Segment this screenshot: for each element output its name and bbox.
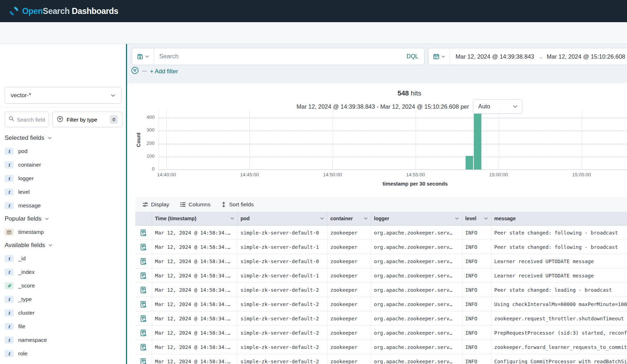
chevron-down-icon [455, 216, 459, 221]
date-from[interactable]: Mar 12, 2024 @ 14:39:38.843 [456, 53, 534, 60]
y-tick-label: 0 [139, 166, 155, 172]
field-name: role [18, 350, 28, 357]
field-item-file[interactable]: tfile [0, 320, 126, 333]
inspect-document-icon[interactable] [135, 283, 152, 297]
filter-icon [57, 116, 63, 123]
cell-container: zookeeper [327, 226, 371, 240]
filter-divider [142, 71, 147, 72]
inspect-document-icon[interactable] [135, 311, 152, 325]
inspect-document-icon[interactable] [135, 340, 152, 354]
cell-message: Learner received UPTODATE message [491, 269, 627, 282]
cell-logger: org.apache.zookeeper.serv… [371, 354, 462, 364]
column-header-message[interactable]: message [491, 212, 627, 225]
table-row[interactable]: Mar 12, 2024 @ 14:58:34.…simple-zk-serve… [135, 254, 627, 269]
cell-level: INFO [462, 326, 491, 340]
app-title: OpenSearch Dashboards [22, 6, 118, 16]
cell-logger: org.apache.zookeeper.serv… [371, 340, 462, 354]
column-header-container[interactable]: container [327, 212, 371, 225]
cell-time: Mar 12, 2024 @ 14:58:34.… [152, 254, 238, 268]
opensearch-logo[interactable]: OpenSearch Dashboards [9, 6, 118, 16]
histogram-bar[interactable] [474, 114, 481, 169]
filter-menu-icon[interactable] [131, 67, 139, 76]
x-tick-label: 14:45:00 [233, 172, 266, 177]
index-pattern-select[interactable]: vector-* [5, 87, 122, 104]
cell-logger: org.apache.zookeeper.serv… [371, 297, 462, 311]
histogram-bar[interactable] [466, 156, 473, 169]
cell-message: zookeeper.forward_learner_requests_to_co… [491, 340, 627, 354]
inspect-document-icon[interactable] [135, 297, 152, 311]
cell-pod: simple-zk-server-default-2 [238, 283, 327, 297]
date-type-icon [5, 228, 14, 236]
saved-query-button[interactable] [132, 48, 154, 65]
column-label: message [494, 216, 516, 221]
field-item-namespace[interactable]: tnamespace [0, 333, 126, 347]
cell-time: Mar 12, 2024 @ 14:58:34.… [152, 240, 238, 254]
sort-fields-button[interactable]: Sort fields [221, 201, 254, 208]
y-tick-label: 200 [139, 141, 155, 146]
string-type-icon: t [5, 269, 14, 276]
date-to[interactable]: Mar 12, 2024 @ 15:10:26.608 [547, 53, 626, 60]
cell-message: Peer state changed: leading - broadcast [491, 283, 627, 297]
column-header-level[interactable]: level [462, 212, 491, 225]
date-range[interactable]: Mar 12, 2024 @ 14:39:38.843 → Mar 12, 20… [450, 53, 625, 60]
inspect-document-icon[interactable] [135, 240, 152, 254]
cell-message: Learner received UPTODATE message [491, 254, 627, 268]
chevron-down-icon [364, 216, 368, 221]
x-grid-line [415, 110, 416, 169]
hits-label: hits [409, 89, 421, 97]
display-label: Display [151, 201, 169, 208]
field-item-level[interactable]: tlevel [0, 185, 126, 199]
field-item-_score[interactable]: #_score [0, 279, 126, 292]
y-grid-line [159, 169, 627, 170]
inspect-document-icon[interactable] [135, 269, 152, 282]
table-row[interactable]: Mar 12, 2024 @ 14:58:34.…simple-zk-serve… [135, 240, 627, 254]
column-header-time-timestamp-[interactable]: Time (timestamp) [152, 212, 238, 225]
inspect-document-icon[interactable] [135, 326, 152, 340]
table-row[interactable]: Mar 12, 2024 @ 14:58:34.…simple-zk-serve… [135, 311, 627, 326]
field-item-pod[interactable]: tpod [0, 144, 126, 158]
inspect-document-icon[interactable] [135, 354, 152, 364]
section-header-selected-fields[interactable]: Selected fields [0, 132, 126, 144]
table-row[interactable]: Mar 12, 2024 @ 14:58:34.…simple-zk-serve… [135, 354, 627, 364]
field-item-container[interactable]: tcontainer [0, 158, 126, 172]
display-button[interactable]: Display [142, 201, 169, 208]
inspect-document-icon[interactable] [135, 254, 152, 268]
y-grid-line [159, 157, 627, 157]
table-row[interactable]: Mar 12, 2024 @ 14:58:34.…simple-zk-serve… [135, 283, 627, 297]
field-item-_index[interactable]: t_index [0, 265, 126, 279]
field-item-_id[interactable]: t_id [0, 252, 126, 265]
inspect-document-icon[interactable] [135, 226, 152, 240]
x-grid-line [582, 110, 582, 169]
field-item-timestamp[interactable]: timestamp [0, 225, 126, 239]
table-row[interactable]: Mar 12, 2024 @ 14:58:34.…simple-zk-serve… [135, 269, 627, 283]
filter-by-type-button[interactable]: Filter by type 0 [52, 112, 122, 127]
column-header-pod[interactable]: pod [238, 212, 327, 225]
string-type-icon: t [5, 309, 14, 316]
x-axis-title: timestamp per 30 seconds [344, 181, 487, 187]
table-row[interactable]: Mar 12, 2024 @ 14:58:34.…simple-zk-serve… [135, 340, 627, 354]
field-item-_type[interactable]: t_type [0, 292, 126, 306]
field-item-logger[interactable]: tlogger [0, 172, 126, 185]
field-item-cluster[interactable]: tcluster [0, 306, 126, 320]
query-language-button[interactable]: DQL [401, 53, 424, 60]
cell-time: Mar 12, 2024 @ 14:58:34.… [152, 311, 238, 325]
y-grid-line [159, 144, 627, 144]
table-row[interactable]: Mar 12, 2024 @ 14:58:34.…simple-zk-serve… [135, 297, 627, 311]
section-header-available-fields[interactable]: Available fields [0, 239, 126, 252]
search-fields-input[interactable] [17, 117, 45, 123]
calendar-icon[interactable] [428, 48, 450, 65]
column-header-logger[interactable]: logger [371, 212, 462, 225]
string-type-icon: t [5, 148, 14, 155]
field-item-role[interactable]: trole [0, 347, 126, 360]
string-type-icon: t [5, 296, 14, 303]
section-header-popular-fields[interactable]: Popular fields [0, 212, 126, 225]
cell-logger: org.apache.zookeeper.serv… [371, 240, 462, 254]
table-row[interactable]: Mar 12, 2024 @ 14:58:34.…simple-zk-serve… [135, 226, 627, 240]
y-tick-label: 100 [139, 153, 155, 159]
section-title: Selected fields [5, 134, 44, 142]
table-row[interactable]: Mar 12, 2024 @ 14:58:34.…simple-zk-serve… [135, 326, 627, 340]
search-input[interactable] [154, 53, 401, 60]
field-item-message[interactable]: tmessage [0, 199, 126, 212]
add-filter-button[interactable]: + Add filter [150, 68, 178, 75]
columns-button[interactable]: Columns [180, 201, 210, 208]
